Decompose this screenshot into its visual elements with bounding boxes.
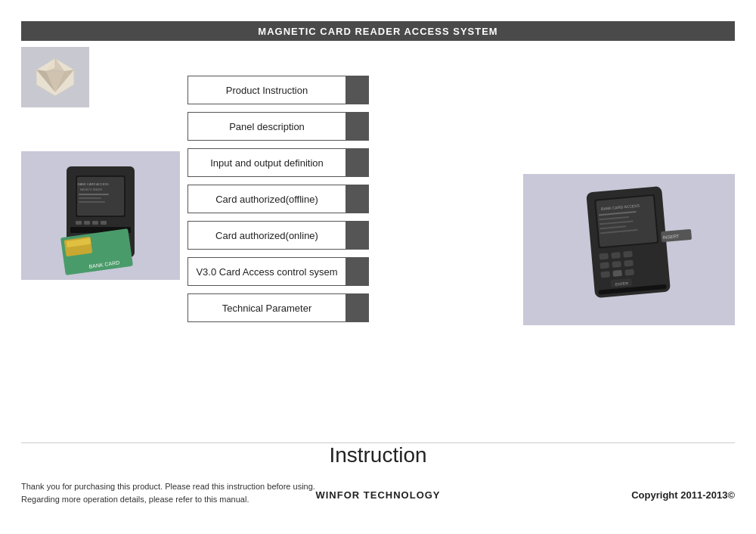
menu-label-card-authorized-offline[interactable]: Card authorized(offline) <box>187 185 346 213</box>
device-image-left: BANK CARD BANK CARD ACCESS MAGNETIC READ… <box>21 151 180 280</box>
menu-item-v30-card-access[interactable]: V3.0 Card Access control sysem <box>187 257 369 286</box>
menu-item-input-output-definition[interactable]: Input and output definition <box>187 148 369 177</box>
copyright-text: Copyright 2011-2013© <box>631 489 735 501</box>
svg-rect-37 <box>600 262 609 269</box>
svg-rect-18 <box>92 221 98 225</box>
svg-rect-38 <box>612 261 621 268</box>
menu-label-panel-description[interactable]: Panel description <box>187 112 346 141</box>
menu-arrow-product-instruction[interactable] <box>346 76 369 104</box>
menu-item-panel-description[interactable]: Panel description <box>187 112 369 141</box>
instruction-line2: Regarding more operation details, please… <box>21 495 249 504</box>
card-reader-right-svg: BANK CARD ACCESS ENTER INSERT <box>523 174 735 325</box>
instruction-title: Instruction <box>0 443 756 467</box>
svg-text:MAGNETIC READER: MAGNETIC READER <box>80 188 103 191</box>
menu-label-input-output-definition[interactable]: Input and output definition <box>187 148 346 177</box>
menu-label-card-authorized-online[interactable]: Card authorized(online) <box>187 221 346 250</box>
menu-container: Product InstructionPanel descriptionInpu… <box>187 76 369 322</box>
menu-arrow-v30-card-access[interactable] <box>346 257 369 286</box>
svg-rect-24 <box>79 201 105 203</box>
svg-rect-40 <box>600 271 610 278</box>
copyright-year: Copyright 2011-2013 <box>631 489 727 501</box>
svg-rect-23 <box>79 197 101 199</box>
menu-label-v30-card-access[interactable]: V3.0 Card Access control sysem <box>187 257 346 286</box>
diamond-icon <box>33 54 78 100</box>
svg-rect-19 <box>101 221 107 225</box>
svg-rect-16 <box>76 221 82 225</box>
instruction-line1: Thank you for purchasing this product. P… <box>21 482 315 491</box>
menu-item-technical-parameter[interactable]: Technical Parameter <box>187 293 369 322</box>
menu-label-technical-parameter[interactable]: Technical Parameter <box>187 293 346 322</box>
menu-arrow-panel-description[interactable] <box>346 112 369 141</box>
menu-arrow-input-output-definition[interactable] <box>346 148 369 177</box>
menu-item-product-instruction[interactable]: Product Instruction <box>187 76 369 104</box>
svg-rect-22 <box>79 194 109 195</box>
svg-rect-39 <box>624 260 634 267</box>
svg-rect-41 <box>612 270 622 277</box>
thumbnail-top-left <box>21 47 89 107</box>
svg-text:BANK CARD ACCESS: BANK CARD ACCESS <box>78 182 109 186</box>
device-image-right: BANK CARD ACCESS ENTER INSERT <box>523 174 735 325</box>
svg-rect-42 <box>624 269 634 276</box>
svg-rect-34 <box>599 253 609 259</box>
menu-arrow-card-authorized-offline[interactable] <box>346 185 369 213</box>
instruction-text: Thank you for purchasing this product. P… <box>21 480 339 505</box>
svg-rect-17 <box>84 221 90 225</box>
menu-label-product-instruction[interactable]: Product Instruction <box>187 76 346 104</box>
menu-item-card-authorized-online[interactable]: Card authorized(online) <box>187 221 369 250</box>
menu-item-card-authorized-offline[interactable]: Card authorized(offline) <box>187 185 369 213</box>
card-reader-left-svg: BANK CARD BANK CARD ACCESS MAGNETIC READ… <box>21 151 180 280</box>
menu-arrow-card-authorized-online[interactable] <box>346 221 369 250</box>
svg-rect-35 <box>611 252 621 259</box>
menu-arrow-technical-parameter[interactable] <box>346 293 369 322</box>
svg-rect-36 <box>623 251 633 258</box>
header-bar: MAGNETIC CARD READER ACCESS SYSTEM <box>21 21 735 41</box>
brand-name: WINFOR TECHNOLOGY <box>315 489 440 501</box>
header-title: MAGNETIC CARD READER ACCESS SYSTEM <box>258 26 497 37</box>
